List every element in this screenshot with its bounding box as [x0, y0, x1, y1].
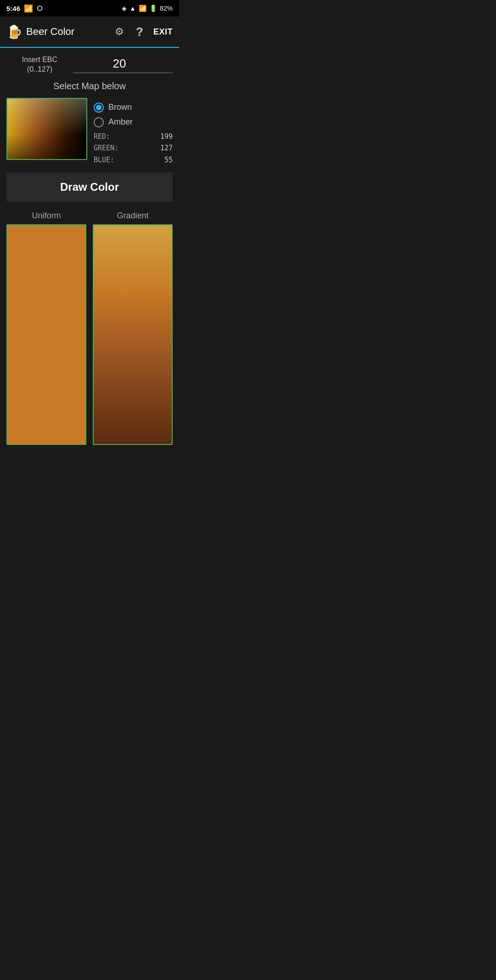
red-value: 199	[157, 131, 173, 143]
location-icon: ◈	[122, 5, 127, 12]
amber-label: Amber	[108, 117, 133, 127]
question-icon: ?	[136, 25, 143, 39]
brown-radio[interactable]	[94, 103, 104, 113]
select-map-label: Select Map below	[6, 81, 173, 91]
title-bar: 🍺 Beer Color ⚙ ? EXIT	[0, 17, 179, 48]
red-label: RED:	[94, 131, 110, 143]
wifi-icon: 📶	[24, 4, 33, 13]
blue-row: BLUE: 55	[94, 154, 173, 166]
ebc-row: Insert EBC (0..127)	[6, 55, 173, 74]
help-button[interactable]: ?	[134, 23, 145, 41]
color-options-panel: Brown Amber RED: 199 GREEN: 127	[94, 98, 173, 166]
cell-icon: 📶	[139, 5, 147, 12]
ebc-input[interactable]	[73, 57, 173, 73]
signal-icon: ▲	[130, 5, 136, 12]
ebc-input-wrap	[73, 57, 173, 73]
brown-label: Brown	[108, 103, 132, 112]
status-right: ◈ ▲ 📶 🔋 82%	[122, 5, 173, 12]
uniform-preview	[6, 224, 86, 445]
color-options: Brown Amber	[94, 98, 173, 127]
battery-icon: 🔋	[149, 5, 157, 12]
gear-icon: ⚙	[115, 26, 124, 37]
color-map-canvas[interactable]	[6, 98, 87, 160]
app-title: Beer Color	[26, 26, 113, 38]
brown-option[interactable]: Brown	[94, 103, 173, 113]
app-logo: 🍺	[6, 24, 23, 40]
ebc-label: Insert EBC (0..127)	[6, 55, 73, 74]
blue-label: BLUE:	[94, 154, 114, 166]
status-bar: 5:46 📶 ⬡ ◈ ▲ 📶 🔋 82%	[0, 0, 179, 17]
uniform-label: Uniform	[32, 211, 61, 221]
uniform-col: Uniform	[6, 211, 86, 445]
preview-section: Uniform Gradient	[6, 211, 173, 445]
main-content: Insert EBC (0..127) Select Map below Bro…	[0, 48, 179, 452]
amber-option[interactable]: Amber	[94, 117, 173, 127]
green-row: GREEN: 127	[94, 142, 173, 154]
exit-button[interactable]: EXIT	[153, 27, 173, 37]
status-left: 5:46 📶 ⬡	[6, 4, 42, 13]
color-map-section: Brown Amber RED: 199 GREEN: 127	[6, 98, 173, 166]
time-display: 5:46	[6, 5, 20, 12]
amber-radio[interactable]	[94, 117, 104, 127]
draw-color-button[interactable]: Draw Color	[6, 172, 173, 202]
battery-percent: 82%	[160, 5, 173, 12]
brown-radio-inner	[96, 105, 101, 110]
title-bar-actions: ⚙ ? EXIT	[113, 23, 173, 41]
gradient-col: Gradient	[93, 211, 173, 445]
green-value: 127	[157, 142, 173, 154]
blue-value: 55	[157, 154, 173, 166]
red-row: RED: 199	[94, 131, 173, 143]
settings-button[interactable]: ⚙	[113, 24, 126, 40]
rgb-values: RED: 199 GREEN: 127 BLUE: 55	[94, 131, 173, 166]
green-label: GREEN:	[94, 142, 118, 154]
dropbox-icon: ⬡	[37, 5, 42, 12]
gradient-label: Gradient	[117, 211, 148, 221]
gradient-preview	[93, 224, 173, 445]
